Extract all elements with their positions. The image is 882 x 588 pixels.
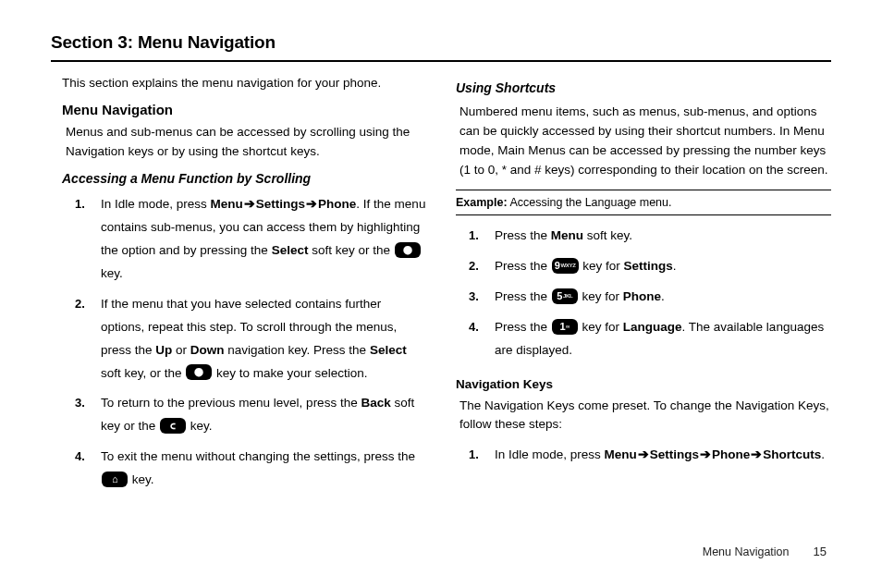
title-divider <box>51 60 831 62</box>
section-title: Section 3: Menu Navigation <box>51 32 831 53</box>
step-text: Press the <box>495 228 551 242</box>
step-text: key for <box>579 289 623 303</box>
phone-label: Phone <box>318 197 356 211</box>
step-text: Press the <box>495 320 551 334</box>
list-item: If the menu that you have selected conta… <box>75 293 426 393</box>
shortcuts-desc: Numbered menu items, such as menus, sub-… <box>459 103 831 180</box>
c-key-icon: ᴄ <box>160 418 186 434</box>
heading-navigation-keys: Navigation Keys <box>456 377 831 391</box>
menu-nav-desc: Menus and sub-menus can be accessed by s… <box>66 123 426 162</box>
arrow-icon: ➔ <box>750 444 763 467</box>
step-text: navigation key. Press the <box>225 343 370 357</box>
one-key-icon: 1∞ <box>552 319 578 335</box>
list-item: Press the 5JKL key for Phone. <box>469 286 831 316</box>
arrow-icon: ➔ <box>637 444 650 467</box>
example-text: Accessing the Language menu. <box>508 196 672 209</box>
back-label: Back <box>361 396 390 410</box>
select-label: Select <box>370 343 407 357</box>
example-divider-top <box>456 190 831 190</box>
nine-key-icon: 9WXYZ <box>552 258 579 274</box>
example-label: Example: <box>456 196 508 209</box>
end-key-icon: ⌂ <box>102 472 128 487</box>
list-item: To return to the previous menu level, pr… <box>75 392 426 446</box>
arrow-icon: ➔ <box>243 193 256 216</box>
settings-label: Settings <box>624 259 673 273</box>
ok-key-icon: ⬤ <box>395 242 421 258</box>
step-text: soft key. <box>583 228 632 242</box>
step-text: key. <box>187 419 213 433</box>
page-footer: Menu Navigation 15 <box>703 545 827 558</box>
step-text: In Idle mode, press <box>495 447 605 461</box>
step-text: soft key, or the <box>101 366 185 380</box>
ok-key-icon: ⬤ <box>186 364 212 380</box>
example-line: Example: Accessing the Language menu. <box>456 196 831 209</box>
step-text: key for <box>580 259 624 273</box>
step-text: key. <box>101 266 123 280</box>
content-columns: This section explains the menu navigatio… <box>51 75 831 507</box>
step-text: or <box>172 343 190 357</box>
heading-accessing-scrolling: Accessing a Menu Function by Scrolling <box>62 171 426 186</box>
step-text: . <box>673 259 677 273</box>
down-label: Down <box>190 343 225 357</box>
list-item: In Idle mode, press Menu ➔ Settings ➔ Ph… <box>469 444 831 474</box>
list-item: In Idle mode, press Menu ➔ Settings ➔ Ph… <box>75 193 426 293</box>
page-number: 15 <box>814 545 827 558</box>
example-divider-bottom <box>456 214 831 215</box>
list-item: To exit the menu without changing the se… <box>75 446 426 499</box>
step-text: In Idle mode, press <box>101 197 211 211</box>
up-label: Up <box>155 343 172 357</box>
step-text: Press the <box>495 259 551 273</box>
select-label: Select <box>272 243 309 257</box>
menu-label: Menu <box>551 228 583 242</box>
nav-keys-desc: The Navigation Keys come preset. To chan… <box>459 397 831 435</box>
heading-menu-navigation: Menu Navigation <box>62 102 426 117</box>
language-label: Language <box>623 320 682 334</box>
step-text: key. <box>129 472 154 486</box>
list-item: Press the Menu soft key. <box>469 225 831 255</box>
step-text: Press the <box>495 289 551 303</box>
list-item: Press the 1∞ key for Language. The avail… <box>469 316 831 370</box>
step-text: To exit the menu without changing the se… <box>101 449 415 463</box>
menu-label: Menu <box>605 447 637 461</box>
shortcuts-label: Shortcuts <box>763 447 821 461</box>
left-column: This section explains the menu navigatio… <box>51 75 426 507</box>
intro-text: This section explains the menu navigatio… <box>62 75 426 92</box>
step-text: . <box>821 447 825 461</box>
phone-label: Phone <box>712 447 750 461</box>
step-text: key to make your selection. <box>213 366 367 380</box>
heading-using-shortcuts: Using Shortcuts <box>456 80 831 95</box>
list-item: Press the 9WXYZ key for Settings. <box>469 255 831 286</box>
arrow-icon: ➔ <box>699 444 712 467</box>
step-text: key for <box>579 320 623 334</box>
settings-label: Settings <box>256 197 305 211</box>
settings-label: Settings <box>650 447 699 461</box>
step-text: . <box>661 289 665 303</box>
five-key-icon: 5JKL <box>552 288 578 304</box>
arrow-icon: ➔ <box>305 193 318 216</box>
footer-label: Menu Navigation <box>703 545 790 558</box>
phone-label: Phone <box>623 289 661 303</box>
scrolling-steps: In Idle mode, press Menu ➔ Settings ➔ Ph… <box>75 193 426 500</box>
shortcut-steps: Press the Menu soft key. Press the 9WXYZ… <box>469 225 831 370</box>
nav-keys-steps: In Idle mode, press Menu ➔ Settings ➔ Ph… <box>469 444 831 474</box>
step-text: To return to the previous menu level, pr… <box>101 396 361 410</box>
right-column: Using Shortcuts Numbered menu items, suc… <box>456 75 831 507</box>
menu-label: Menu <box>211 197 243 211</box>
step-text: soft key or the <box>308 243 393 257</box>
